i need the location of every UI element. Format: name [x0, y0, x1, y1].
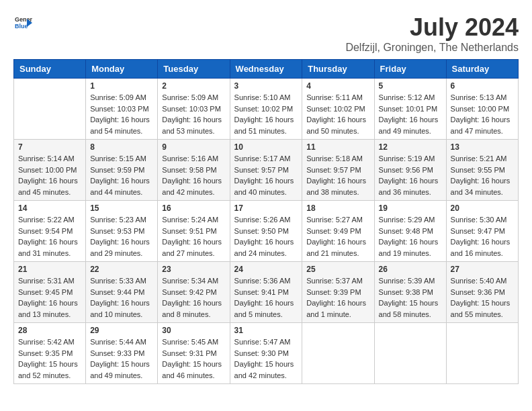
day-info: Sunrise: 5:24 AM Sunset: 9:51 PM Dayligh…	[162, 214, 225, 259]
day-cell: 30Sunrise: 5:45 AM Sunset: 9:31 PM Dayli…	[158, 323, 230, 384]
day-number: 13	[451, 142, 514, 152]
day-info: Sunrise: 5:34 AM Sunset: 9:42 PM Dayligh…	[162, 275, 225, 320]
weekday-header-saturday: Saturday	[446, 60, 518, 79]
day-info: Sunrise: 5:09 AM Sunset: 10:03 PM Daylig…	[162, 92, 225, 136]
day-number: 21	[18, 265, 81, 274]
day-cell: 18Sunrise: 5:27 AM Sunset: 9:49 PM Dayli…	[302, 201, 374, 262]
day-number: 23	[162, 265, 225, 274]
day-info: Sunrise: 5:31 AM Sunset: 9:45 PM Dayligh…	[18, 275, 81, 320]
day-cell: 31Sunrise: 5:47 AM Sunset: 9:30 PM Dayli…	[230, 323, 302, 384]
day-cell: 16Sunrise: 5:24 AM Sunset: 9:51 PM Dayli…	[158, 201, 230, 262]
day-info: Sunrise: 5:44 AM Sunset: 9:33 PM Dayligh…	[90, 336, 153, 381]
day-cell	[374, 323, 446, 384]
week-row-3: 14Sunrise: 5:22 AM Sunset: 9:54 PM Dayli…	[14, 201, 519, 262]
day-cell: 22Sunrise: 5:33 AM Sunset: 9:44 PM Dayli…	[86, 262, 158, 323]
day-number: 15	[90, 203, 153, 213]
logo-icon: General Blue	[13, 13, 32, 32]
location-subtitle: Delfzijl, Groningen, The Netherlands	[345, 42, 519, 54]
header: General Blue July 2024 Delfzijl, Groning…	[13, 13, 519, 54]
day-info: Sunrise: 5:36 AM Sunset: 9:41 PM Dayligh…	[234, 275, 298, 320]
day-number: 8	[90, 142, 153, 152]
day-number: 11	[306, 142, 369, 152]
calendar-table: SundayMondayTuesdayWednesdayThursdayFrid…	[13, 59, 519, 384]
day-number: 17	[234, 203, 298, 213]
day-info: Sunrise: 5:23 AM Sunset: 9:53 PM Dayligh…	[90, 214, 153, 259]
day-number: 31	[234, 326, 298, 335]
day-cell: 3Sunrise: 5:10 AM Sunset: 10:02 PM Dayli…	[230, 79, 302, 140]
day-number: 4	[306, 81, 369, 91]
svg-text:Blue: Blue	[15, 23, 28, 30]
day-number: 14	[18, 203, 81, 213]
day-info: Sunrise: 5:39 AM Sunset: 9:38 PM Dayligh…	[379, 275, 442, 320]
day-info: Sunrise: 5:22 AM Sunset: 9:54 PM Dayligh…	[18, 214, 81, 259]
day-number: 12	[379, 142, 442, 152]
day-info: Sunrise: 5:19 AM Sunset: 9:56 PM Dayligh…	[379, 153, 442, 197]
weekday-header-thursday: Thursday	[302, 60, 374, 79]
day-cell: 25Sunrise: 5:37 AM Sunset: 9:39 PM Dayli…	[302, 262, 374, 323]
day-info: Sunrise: 5:09 AM Sunset: 10:03 PM Daylig…	[90, 92, 153, 136]
day-cell: 5Sunrise: 5:12 AM Sunset: 10:01 PM Dayli…	[374, 79, 446, 140]
month-year-title: July 2024	[345, 13, 519, 42]
day-info: Sunrise: 5:17 AM Sunset: 9:57 PM Dayligh…	[234, 153, 298, 197]
day-number: 28	[18, 326, 81, 335]
day-number: 26	[379, 265, 442, 274]
week-row-4: 21Sunrise: 5:31 AM Sunset: 9:45 PM Dayli…	[14, 262, 519, 323]
day-info: Sunrise: 5:27 AM Sunset: 9:49 PM Dayligh…	[306, 214, 369, 259]
day-number: 2	[162, 81, 225, 91]
day-cell	[14, 79, 86, 140]
day-cell	[446, 323, 518, 384]
day-cell: 24Sunrise: 5:36 AM Sunset: 9:41 PM Dayli…	[230, 262, 302, 323]
day-number: 30	[162, 326, 225, 335]
day-number: 10	[234, 142, 298, 152]
day-cell	[302, 323, 374, 384]
title-area: July 2024 Delfzijl, Groningen, The Nethe…	[345, 13, 519, 54]
day-cell: 1Sunrise: 5:09 AM Sunset: 10:03 PM Dayli…	[86, 79, 158, 140]
day-cell: 2Sunrise: 5:09 AM Sunset: 10:03 PM Dayli…	[158, 79, 230, 140]
weekday-header-friday: Friday	[374, 60, 446, 79]
day-info: Sunrise: 5:45 AM Sunset: 9:31 PM Dayligh…	[162, 336, 225, 381]
day-cell: 23Sunrise: 5:34 AM Sunset: 9:42 PM Dayli…	[158, 262, 230, 323]
day-number: 25	[306, 265, 369, 274]
day-number: 22	[90, 265, 153, 274]
day-number: 18	[306, 203, 369, 213]
day-cell: 10Sunrise: 5:17 AM Sunset: 9:57 PM Dayli…	[230, 140, 302, 201]
day-cell: 14Sunrise: 5:22 AM Sunset: 9:54 PM Dayli…	[14, 201, 86, 262]
day-cell: 12Sunrise: 5:19 AM Sunset: 9:56 PM Dayli…	[374, 140, 446, 201]
week-row-1: 1Sunrise: 5:09 AM Sunset: 10:03 PM Dayli…	[14, 79, 519, 140]
weekday-header-sunday: Sunday	[14, 60, 86, 79]
day-info: Sunrise: 5:15 AM Sunset: 9:59 PM Dayligh…	[90, 153, 153, 197]
day-number: 27	[451, 265, 514, 274]
day-number: 29	[90, 326, 153, 335]
day-info: Sunrise: 5:29 AM Sunset: 9:48 PM Dayligh…	[379, 214, 442, 259]
day-cell: 9Sunrise: 5:16 AM Sunset: 9:58 PM Daylig…	[158, 140, 230, 201]
week-row-2: 7Sunrise: 5:14 AM Sunset: 10:00 PM Dayli…	[14, 140, 519, 201]
day-info: Sunrise: 5:26 AM Sunset: 9:50 PM Dayligh…	[234, 214, 298, 259]
day-cell: 11Sunrise: 5:18 AM Sunset: 9:57 PM Dayli…	[302, 140, 374, 201]
day-cell: 7Sunrise: 5:14 AM Sunset: 10:00 PM Dayli…	[14, 140, 86, 201]
day-number: 24	[234, 265, 298, 274]
day-cell: 8Sunrise: 5:15 AM Sunset: 9:59 PM Daylig…	[86, 140, 158, 201]
weekday-header-row: SundayMondayTuesdayWednesdayThursdayFrid…	[14, 60, 519, 79]
day-cell: 28Sunrise: 5:42 AM Sunset: 9:35 PM Dayli…	[14, 323, 86, 384]
day-cell: 26Sunrise: 5:39 AM Sunset: 9:38 PM Dayli…	[374, 262, 446, 323]
day-info: Sunrise: 5:30 AM Sunset: 9:47 PM Dayligh…	[451, 214, 514, 259]
day-info: Sunrise: 5:16 AM Sunset: 9:58 PM Dayligh…	[162, 153, 225, 197]
day-number: 6	[451, 81, 514, 91]
day-info: Sunrise: 5:10 AM Sunset: 10:02 PM Daylig…	[234, 92, 298, 136]
day-info: Sunrise: 5:14 AM Sunset: 10:00 PM Daylig…	[18, 153, 81, 197]
day-cell: 29Sunrise: 5:44 AM Sunset: 9:33 PM Dayli…	[86, 323, 158, 384]
day-number: 19	[379, 203, 442, 213]
day-info: Sunrise: 5:11 AM Sunset: 10:02 PM Daylig…	[306, 92, 369, 136]
day-info: Sunrise: 5:18 AM Sunset: 9:57 PM Dayligh…	[306, 153, 369, 197]
day-info: Sunrise: 5:42 AM Sunset: 9:35 PM Dayligh…	[18, 336, 81, 381]
day-number: 7	[18, 142, 81, 152]
day-info: Sunrise: 5:21 AM Sunset: 9:55 PM Dayligh…	[451, 153, 514, 197]
day-number: 3	[234, 81, 298, 91]
day-cell: 19Sunrise: 5:29 AM Sunset: 9:48 PM Dayli…	[374, 201, 446, 262]
weekday-header-tuesday: Tuesday	[158, 60, 230, 79]
day-cell: 17Sunrise: 5:26 AM Sunset: 9:50 PM Dayli…	[230, 201, 302, 262]
day-cell: 4Sunrise: 5:11 AM Sunset: 10:02 PM Dayli…	[302, 79, 374, 140]
day-info: Sunrise: 5:12 AM Sunset: 10:01 PM Daylig…	[379, 92, 442, 136]
day-number: 9	[162, 142, 225, 152]
day-info: Sunrise: 5:47 AM Sunset: 9:30 PM Dayligh…	[234, 336, 298, 381]
